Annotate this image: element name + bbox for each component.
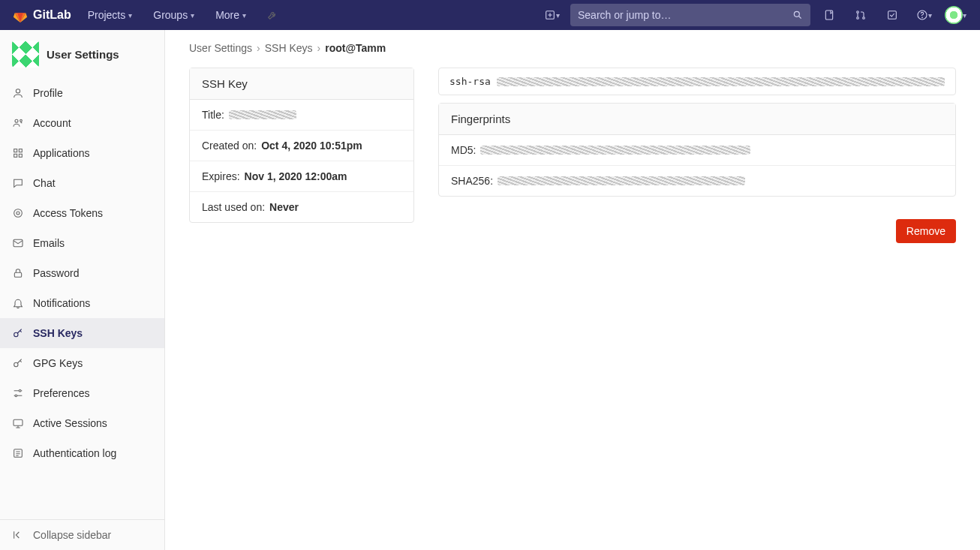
chevron-right-icon: › bbox=[257, 42, 260, 54]
svg-rect-19 bbox=[14, 272, 21, 277]
nav-more-label: More bbox=[215, 9, 239, 21]
ssh-lastused-value: Never bbox=[269, 201, 299, 213]
md5-row: MD5: bbox=[439, 135, 955, 166]
sidebar-item-label: SSH Keys bbox=[33, 327, 83, 339]
svg-point-21 bbox=[14, 362, 18, 366]
nav-projects[interactable]: Projects ▾ bbox=[80, 0, 140, 30]
issues-icon[interactable] bbox=[816, 0, 842, 30]
chevron-right-icon: › bbox=[317, 42, 321, 54]
svg-rect-13 bbox=[19, 149, 22, 152]
sidebar-item-active-sessions[interactable]: Active Sessions bbox=[0, 408, 164, 438]
sidebar-item-profile[interactable]: Profile bbox=[0, 78, 164, 108]
sidebar-item-ssh-keys[interactable]: SSH Keys bbox=[0, 318, 164, 348]
sidebar-item-label: Account bbox=[33, 117, 71, 129]
merge-requests-icon[interactable] bbox=[848, 0, 873, 30]
new-dropdown[interactable]: ▾ bbox=[539, 0, 564, 30]
sidebar-item-preferences[interactable]: Preferences bbox=[0, 378, 164, 408]
svg-rect-12 bbox=[14, 149, 17, 152]
sidebar-item-password[interactable]: Password bbox=[0, 258, 164, 288]
help-dropdown[interactable]: ▾ bbox=[911, 0, 936, 30]
key-detail-column: ssh-rsa Fingerprints MD5: SHA256: Rem bbox=[438, 68, 956, 243]
svg-point-3 bbox=[857, 11, 859, 14]
breadcrumb: User Settings › SSH Keys › root@Tamm bbox=[189, 42, 956, 54]
svg-point-5 bbox=[863, 17, 865, 20]
sidebar-item-label: Preferences bbox=[33, 387, 89, 399]
svg-point-4 bbox=[857, 17, 859, 20]
collapse-sidebar[interactable]: Collapse sidebar bbox=[0, 519, 164, 550]
svg-point-20 bbox=[14, 332, 18, 336]
fingerprints-card: Fingerprints MD5: SHA256: bbox=[438, 103, 956, 197]
svg-rect-15 bbox=[19, 154, 22, 157]
sidebar-item-emails[interactable]: Emails bbox=[0, 228, 164, 258]
sidebar-item-label: Applications bbox=[33, 147, 90, 159]
brand-block[interactable]: GitLab bbox=[12, 7, 71, 23]
svg-point-9 bbox=[16, 89, 20, 93]
todos-icon[interactable] bbox=[879, 0, 905, 30]
svg-point-23 bbox=[15, 395, 17, 397]
sidebar-item-account[interactable]: Account bbox=[0, 108, 164, 138]
nav-projects-label: Projects bbox=[88, 9, 126, 21]
search-input[interactable] bbox=[578, 9, 792, 21]
svg-rect-6 bbox=[888, 11, 897, 20]
brand-name: GitLab bbox=[33, 8, 71, 22]
avatar-icon bbox=[945, 6, 963, 24]
ssh-title-row: Title: bbox=[190, 100, 413, 131]
svg-point-8 bbox=[921, 17, 922, 18]
remove-button[interactable]: Remove bbox=[896, 219, 956, 243]
svg-point-22 bbox=[19, 389, 21, 392]
chevron-down-icon: ▾ bbox=[556, 11, 560, 20]
redacted-value bbox=[480, 146, 750, 155]
svg-point-16 bbox=[17, 212, 20, 215]
svg-rect-18 bbox=[14, 239, 23, 246]
sidebar-item-access-tokens[interactable]: Access Tokens bbox=[0, 198, 164, 228]
svg-point-17 bbox=[14, 209, 23, 218]
sidebar-item-chat[interactable]: Chat bbox=[0, 168, 164, 198]
user-menu[interactable]: ▾ bbox=[942, 0, 968, 30]
md5-label: MD5: bbox=[451, 144, 476, 156]
ssh-title-label: Title: bbox=[202, 109, 224, 121]
chevron-down-icon: ▾ bbox=[242, 11, 246, 20]
svg-point-1 bbox=[794, 11, 799, 17]
redacted-value bbox=[497, 77, 945, 86]
sidebar-header[interactable]: User Settings bbox=[0, 30, 164, 78]
crumb-user-settings[interactable]: User Settings bbox=[189, 42, 252, 54]
nav-groups-label: Groups bbox=[153, 9, 188, 21]
ssh-expires-label: Expires: bbox=[202, 170, 240, 182]
sidebar-item-gpg-keys[interactable]: GPG Keys bbox=[0, 348, 164, 378]
sidebar-item-label: Active Sessions bbox=[33, 417, 107, 429]
svg-point-11 bbox=[20, 119, 23, 122]
crumb-current: root@Tamm bbox=[325, 42, 386, 54]
sidebar-item-label: Chat bbox=[33, 177, 56, 189]
sidebar-item-applications[interactable]: Applications bbox=[0, 138, 164, 168]
ssh-key-content[interactable]: ssh-rsa bbox=[438, 68, 956, 95]
ssh-created-label: Created on: bbox=[202, 140, 257, 152]
sha256-label: SHA256: bbox=[451, 175, 493, 187]
svg-point-10 bbox=[15, 119, 18, 122]
nav-more[interactable]: More ▾ bbox=[208, 0, 254, 30]
gitlab-logo-icon bbox=[12, 7, 29, 23]
sidebar-item-auth-log[interactable]: Authentication log bbox=[0, 438, 164, 468]
sidebar-title: User Settings bbox=[47, 48, 119, 61]
sidebar: User Settings Profile Account Applicatio… bbox=[0, 30, 165, 550]
sha256-row: SHA256: bbox=[439, 166, 955, 196]
nav-groups[interactable]: Groups ▾ bbox=[146, 0, 202, 30]
ssh-key-card: SSH Key Title: Created on: Oct 4, 2020 1… bbox=[189, 68, 414, 223]
chevron-down-icon: ▾ bbox=[191, 11, 194, 20]
chevron-down-icon: ▾ bbox=[128, 11, 132, 20]
ssh-created-row: Created on: Oct 4, 2020 10:51pm bbox=[190, 131, 413, 161]
redacted-value bbox=[498, 176, 745, 185]
sidebar-item-notifications[interactable]: Notifications bbox=[0, 288, 164, 318]
svg-rect-14 bbox=[14, 154, 17, 157]
ssh-expires-value: Nov 1, 2020 12:00am bbox=[245, 170, 347, 182]
ssh-expires-row: Expires: Nov 1, 2020 12:00am bbox=[190, 161, 413, 192]
admin-wrench-icon[interactable] bbox=[260, 0, 285, 30]
svg-rect-24 bbox=[14, 419, 23, 425]
search-icon bbox=[792, 10, 803, 20]
ssh-key-card-header: SSH Key bbox=[190, 68, 413, 100]
sidebar-item-label: Authentication log bbox=[33, 447, 116, 459]
global-search[interactable] bbox=[570, 4, 810, 26]
crumb-ssh-keys[interactable]: SSH Keys bbox=[265, 42, 313, 54]
top-navbar: GitLab Projects ▾ Groups ▾ More ▾ ▾ ▾ ▾ bbox=[0, 0, 980, 30]
ssh-lastused-label: Last used on: bbox=[202, 201, 265, 213]
sidebar-item-label: Access Tokens bbox=[33, 207, 103, 219]
